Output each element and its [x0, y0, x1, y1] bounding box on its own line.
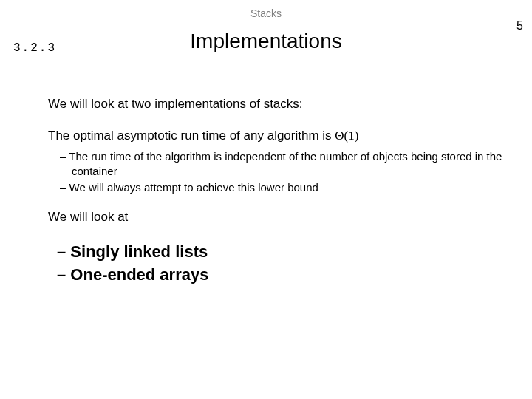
header-label: Stacks [0, 7, 532, 19]
optimal-paragraph: The optimal asymptotic run time of any a… [48, 128, 510, 145]
slide-title: Implementations [0, 30, 532, 53]
sub-point-list: The run time of the algorithm is indepen… [48, 149, 510, 196]
intro-paragraph: We will look at two implementations of s… [48, 96, 510, 113]
slide-content: We will look at two implementations of s… [48, 96, 510, 287]
optimal-text: The optimal asymptotic run time of any a… [48, 129, 335, 143]
sub-point: The run time of the algorithm is indepen… [48, 149, 510, 180]
bold-point: Singly linked lists [48, 241, 510, 263]
theta-notation: Θ(1) [335, 129, 358, 143]
bold-point-list: Singly linked lists One-ended arrays [48, 241, 510, 286]
sub-point: We will always attempt to achieve this l… [48, 180, 510, 195]
slide: Stacks 5 3.2.3 Implementations We will l… [0, 0, 532, 399]
look-at-paragraph: We will look at [48, 209, 510, 226]
bold-point: One-ended arrays [48, 264, 510, 286]
